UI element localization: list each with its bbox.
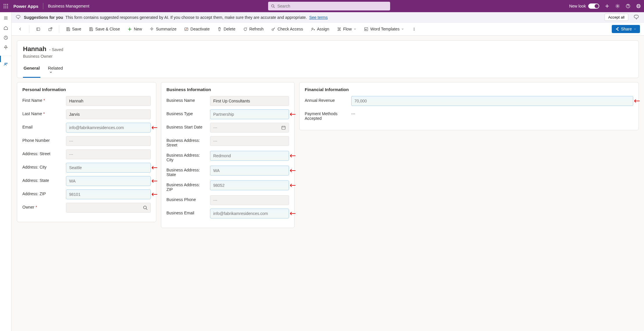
section-title: Financial Information [305,87,633,92]
panel-toggle-button[interactable] [33,25,43,33]
street-input[interactable]: --- [66,149,151,159]
suggestion-indicator-icon [289,154,295,158]
field-city: Address: City Seattle [22,163,151,173]
suggestion-indicator-icon [289,211,295,216]
nav-recent-icon[interactable] [3,35,9,41]
assign-label: Assign [317,27,329,31]
search-icon [143,205,148,210]
field-first-name: First Name* Hannah [22,96,151,106]
nav-hamburger-icon[interactable] [3,15,9,21]
suggestion-text: This form contains suggested responses g… [65,15,307,20]
share-button[interactable]: Share [612,25,640,33]
app-header: Power Apps Business Management New look [0,0,644,12]
word-templates-button[interactable]: Word Templates [362,25,407,33]
environment-globe-icon[interactable] [636,3,641,9]
see-terms-link[interactable]: See terms [309,15,328,20]
divider [43,3,43,9]
calendar-icon[interactable] [281,125,286,130]
app-name: Power Apps [13,4,38,9]
new-look-toggle[interactable]: New look [569,3,599,9]
new-button[interactable]: New [125,25,144,33]
business-city-input[interactable]: Redmond [210,151,289,161]
section-personal: Personal Information First Name* Hannah … [17,82,156,222]
save-button[interactable]: Save [63,25,84,33]
nav-home-icon[interactable] [3,25,9,31]
nav-people-icon[interactable] [3,61,9,67]
share-label: Share [621,27,632,31]
field-business-type: Business Type Partnership [166,109,289,119]
business-street-input[interactable]: --- [210,136,289,146]
field-business-zip: Business Address: ZIP 98052 [166,180,289,192]
back-button[interactable] [16,25,25,33]
business-type-input[interactable]: Partnership [210,109,289,119]
section-title: Business Information [166,87,289,92]
delete-label: Delete [224,27,235,31]
flow-label: Flow [343,27,352,31]
field-business-start-date: Business Start Date --- [166,123,289,133]
phone-input[interactable]: --- [66,136,151,146]
email-input[interactable]: info@fabrikamresidences.com [66,123,151,133]
app-launcher-icon[interactable] [3,3,9,9]
city-input[interactable]: Seattle [66,163,151,173]
search-input[interactable] [277,4,388,8]
state-input[interactable]: WA [66,176,151,186]
owner-lookup[interactable] [66,203,151,213]
assign-button[interactable]: Assign [308,25,331,33]
copilot-panel-icon[interactable] [634,14,640,21]
business-phone-input[interactable]: --- [210,195,289,205]
first-name-input[interactable]: Hannah [66,96,151,106]
chevron-down-icon [401,28,404,30]
suggestion-indicator-icon [633,99,640,103]
field-business-email: Business Email info@fabrikamresidences.c… [166,209,289,218]
last-name-input[interactable]: Jarvis [66,109,151,119]
overflow-button[interactable] [409,25,419,33]
word-templates-label: Word Templates [370,27,400,31]
popout-button[interactable] [46,25,55,33]
flow-button[interactable]: Flow [334,25,359,33]
form-tabs: General Related [23,63,633,78]
tab-related[interactable]: Related [47,63,64,78]
global-search[interactable] [268,2,390,10]
business-start-date-input[interactable]: --- [210,123,289,133]
field-owner: Owner* [22,203,151,213]
form-header: Hannah - Saved Business Owner General Re… [17,40,639,78]
accept-all-button[interactable]: Accept all [604,14,628,21]
check-access-button[interactable]: Check Access [269,25,305,33]
nav-pinned-icon[interactable] [3,45,9,50]
payment-methods-value[interactable]: --- [351,111,355,116]
settings-gear-icon[interactable] [615,3,620,9]
save-close-button[interactable]: Save & Close [87,25,122,33]
help-icon[interactable] [625,3,631,9]
annual-revenue-input[interactable]: 70,000 [351,96,633,106]
refresh-button[interactable]: Refresh [241,25,266,33]
refresh-label: Refresh [249,27,263,31]
summarize-button[interactable]: Summarize [147,25,179,33]
entity-label: Business Owner [23,54,633,59]
field-zip: Address: ZIP 98101 [22,189,151,199]
command-bar: Save Save & Close New Summarize Deactiva… [12,23,644,36]
suggestion-indicator-icon [289,183,295,187]
business-state-input[interactable]: WA [210,166,289,176]
field-phone: Phone Number --- [22,136,151,146]
ai-suggestion-banner: Suggestions for you This form contains s… [12,12,644,23]
add-icon[interactable] [604,3,610,9]
field-business-city: Business Address: City Redmond [166,151,289,162]
field-business-phone: Business Phone --- [166,195,289,205]
suggestion-indicator-icon [289,112,295,116]
field-business-street: Business Address: Street --- [166,136,289,147]
toggle-switch-icon[interactable] [588,3,599,9]
chevron-down-icon [49,70,53,74]
deactivate-button[interactable]: Deactivate [182,25,212,33]
zip-input[interactable]: 98101 [66,189,151,199]
field-payment-methods: Payment Methods Accepted --- [305,109,633,121]
delete-button[interactable]: Delete [215,25,238,33]
record-title: Hannah [23,45,46,53]
field-business-state: Business Address: State WA [166,166,289,177]
business-zip-input[interactable]: 98052 [210,180,289,190]
business-name-input[interactable]: First Up Consultants [210,96,289,106]
tab-general[interactable]: General [23,63,40,78]
suggestion-indicator-icon [151,166,157,170]
environment-name[interactable]: Business Management [48,4,89,8]
business-email-input[interactable]: info@fabrikamresidences.com [210,209,289,218]
save-status: - Saved [49,47,63,52]
